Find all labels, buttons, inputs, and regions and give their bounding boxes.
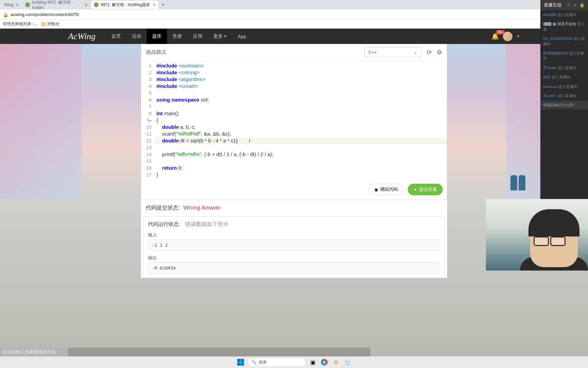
- chat-message: dazhi08 进入直播间: [540, 10, 588, 19]
- search-icon: 🔍: [251, 360, 257, 365]
- nav-item[interactable]: 竞赛: [167, 29, 187, 44]
- lock-icon[interactable]: 🔒: [579, 3, 585, 7]
- chevron-down-icon: ⌄: [414, 50, 418, 55]
- refresh-icon[interactable]: ⟳: [427, 49, 432, 56]
- language-select[interactable]: C++ ⌄: [364, 47, 422, 57]
- close-icon[interactable]: ×: [85, 2, 87, 7]
- taskbar: 🔍 搜索 ▣ ✿ ◫: [0, 356, 588, 368]
- editor-panel: 挑战模式 C++ ⌄ ⟳ ⚙ 123456789▾101112131415161…: [141, 44, 447, 200]
- bookmark-item[interactable]: 管理员审核列表 -...: [3, 21, 37, 27]
- site-nav: AcWing 首页活动题库竞赛应用更多 ▼App 🔔99+ ▼: [0, 29, 588, 44]
- chat-message: 细笑 进入直播间: [540, 73, 588, 82]
- url-text[interactable]: acwing.com/problem/content/4975/: [11, 12, 79, 17]
- taskview-icon[interactable]: ▣: [308, 358, 317, 367]
- output-panel: 代码运行状态: 错误数据如下所示 输入 -1 1 1 输出 -0.618034: [143, 216, 445, 278]
- main-content: 挑战模式 C++ ⌄ ⟳ ⚙ 123456789▾101112131415161…: [141, 44, 447, 278]
- status-label: 代码提交状态:: [146, 204, 180, 212]
- gear-icon[interactable]: ⚙: [437, 49, 442, 56]
- output-label: 输出: [148, 255, 440, 261]
- play-icon: ◉: [374, 187, 378, 192]
- nav-item[interactable]: 活动: [126, 29, 147, 44]
- tab-title: Wing: [4, 2, 13, 7]
- submit-icon: ✦: [413, 187, 417, 192]
- run-status-label: 代码运行状态:: [148, 221, 180, 227]
- bookmarks-bar: 管理员审核列表 -... 控制台: [0, 20, 588, 29]
- favicon-icon: [94, 2, 99, 7]
- tab-title: 4972. 解方程 - AcWing题库: [101, 2, 150, 8]
- page-search-bar: 在这里输入你要搜索的内容: [0, 348, 370, 356]
- new-tab-button[interactable]: +: [159, 1, 167, 9]
- chat-message: bili_44296590165 进入直播间: [540, 34, 588, 49]
- close-icon[interactable]: ×: [153, 2, 156, 7]
- chat-message: JCodeC 进入直播间: [540, 91, 588, 101]
- debug-button[interactable]: ◉ 调试代码: [369, 184, 404, 195]
- code-editor[interactable]: 123456789▾1011121314151617 #include <ios…: [141, 61, 447, 180]
- nav-item[interactable]: 首页: [106, 29, 126, 44]
- search-input[interactable]: 在这里输入你要搜索的内容: [0, 348, 68, 356]
- nav-item[interactable]: 应用: [187, 29, 208, 44]
- app-icon[interactable]: ◫: [343, 358, 352, 367]
- app-icon[interactable]: ✿: [331, 358, 340, 367]
- badge: 99+: [496, 30, 505, 34]
- code-content[interactable]: #include <iostream>#include <cstring>#in…: [154, 61, 447, 180]
- chrome-icon[interactable]: [320, 358, 329, 367]
- taskbar-search[interactable]: 🔍 搜索: [248, 358, 306, 367]
- close-icon[interactable]: ×: [16, 2, 19, 7]
- favicon-icon: [25, 2, 30, 7]
- link-icon[interactable]: ⇱: [567, 3, 571, 7]
- browser-tabs: Wing × AcWing 4972. 解方程 - AcWin × 4972. …: [0, 0, 588, 10]
- chat-input-hint[interactable]: 和观众聊点什么吧~: [540, 101, 588, 110]
- lock-icon: 🔒: [3, 12, 9, 17]
- input-label: 输入: [148, 232, 440, 238]
- run-status-sub: 错误数据如下所示: [185, 221, 229, 227]
- windows-icon: [237, 359, 244, 366]
- folder-icon: [41, 22, 46, 26]
- logo[interactable]: AcWing: [68, 31, 96, 42]
- live-chat-panel: 直播互动 ⇱ ⊘ 🔒 dazhi08 进入直播间灵茶6 我竟不自知 进入直bil…: [540, 0, 588, 199]
- chat-message: plutouva 进入直播间: [540, 82, 588, 91]
- browser-tab[interactable]: Wing ×: [1, 1, 22, 9]
- chat-message: 灵茶6 我竟不自知 进入直: [540, 19, 588, 34]
- notifications-button[interactable]: 🔔99+: [491, 33, 499, 40]
- tab-title: AcWing 4972. 解方程 - AcWin: [32, 0, 82, 10]
- line-gutter: 123456789▾1011121314151617: [141, 61, 154, 180]
- submit-button[interactable]: ✦ 提交答案: [408, 184, 443, 195]
- output-box: -0.618034: [148, 262, 440, 274]
- chevron-down-icon[interactable]: ▼: [517, 34, 520, 38]
- chat-message: 给我狠狠的学₵ 进入直播间: [540, 49, 588, 63]
- nav-item[interactable]: App: [232, 29, 252, 44]
- webcam-feed: [486, 199, 588, 271]
- start-button[interactable]: [236, 358, 245, 367]
- chat-message: 空号abc 进入直播间: [540, 63, 588, 73]
- nav-item[interactable]: 题库: [147, 29, 167, 44]
- challenge-mode-label[interactable]: 挑战模式: [146, 49, 166, 56]
- browser-tab-active[interactable]: 4972. 解方程 - AcWing题库 ×: [91, 1, 159, 9]
- nav-item[interactable]: 更多 ▼: [208, 29, 232, 44]
- mute-icon[interactable]: ⊘: [573, 3, 577, 7]
- input-box: -1 1 1: [148, 240, 440, 251]
- bookmark-item[interactable]: 控制台: [41, 21, 60, 27]
- browser-tab[interactable]: AcWing 4972. 解方程 - AcWin ×: [22, 1, 91, 9]
- submit-status: 代码提交状态: Wrong Answer: [141, 200, 447, 216]
- live-chat-header: 直播互动 ⇱ ⊘ 🔒: [540, 0, 588, 10]
- status-value: Wrong Answer: [183, 204, 220, 211]
- url-bar: 🔒 acwing.com/problem/content/4975/: [0, 10, 588, 20]
